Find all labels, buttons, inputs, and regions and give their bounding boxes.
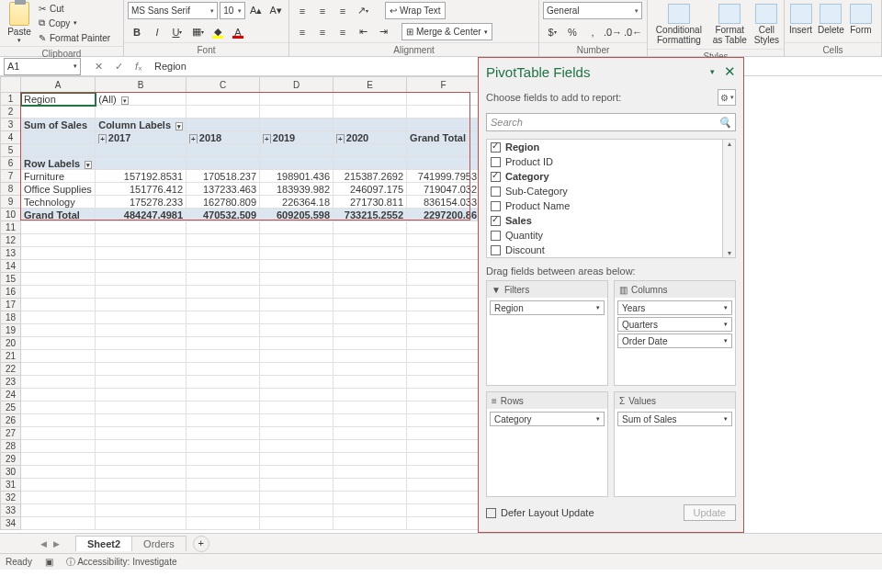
- cell-C1[interactable]: [187, 93, 260, 106]
- bold-button[interactable]: B: [128, 23, 146, 40]
- row-header-12[interactable]: 12: [1, 234, 21, 247]
- cell-E33[interactable]: [334, 504, 407, 517]
- update-button[interactable]: Update: [684, 504, 736, 521]
- cell-D11[interactable]: [260, 221, 334, 234]
- cell-F13[interactable]: [407, 247, 481, 260]
- cell-F10[interactable]: 2297200.86: [407, 209, 481, 221]
- macro-record-icon[interactable]: ▣: [45, 557, 53, 567]
- field-sub-category[interactable]: Sub-Category: [487, 184, 735, 198]
- cell-C33[interactable]: [187, 504, 260, 517]
- cell-F14[interactable]: [407, 260, 481, 273]
- cell-B5[interactable]: [96, 144, 187, 157]
- cell-E5[interactable]: [334, 144, 407, 157]
- row-header-33[interactable]: 33: [1, 504, 21, 517]
- cell-A18[interactable]: [21, 311, 96, 324]
- cell-D31[interactable]: [260, 479, 334, 492]
- row-header-26[interactable]: 26: [1, 414, 21, 427]
- row-header-30[interactable]: 30: [1, 466, 21, 479]
- cell-A25[interactable]: [21, 401, 96, 414]
- decrease-decimal-button[interactable]: .0←: [624, 23, 642, 40]
- cell-C18[interactable]: [187, 311, 260, 324]
- cell-C14[interactable]: [187, 260, 260, 273]
- increase-decimal-button[interactable]: .0→: [604, 23, 622, 40]
- cell-D22[interactable]: [260, 363, 334, 376]
- cell-D23[interactable]: [260, 376, 334, 389]
- font-size-combo[interactable]: 10▾: [220, 2, 245, 19]
- cell-D2[interactable]: [260, 106, 334, 119]
- cell-B14[interactable]: [96, 260, 187, 273]
- cell-C16[interactable]: [187, 286, 260, 299]
- row-header-29[interactable]: 29: [1, 453, 21, 466]
- cell-D26[interactable]: [260, 414, 334, 427]
- cell-F17[interactable]: [407, 299, 481, 311]
- cell-F11[interactable]: [407, 221, 481, 234]
- row-header-2[interactable]: 2: [1, 106, 21, 119]
- tab-sheet2[interactable]: Sheet2: [75, 536, 132, 551]
- cell-B25[interactable]: [96, 401, 187, 414]
- row-header-7[interactable]: 7: [1, 170, 21, 183]
- cell-A22[interactable]: [21, 363, 96, 376]
- tab-nav-next[interactable]: ▶: [50, 539, 62, 548]
- cell-E28[interactable]: [334, 440, 407, 453]
- italic-button[interactable]: I: [148, 23, 166, 40]
- field-list-scrollbar[interactable]: ▴▾: [722, 140, 735, 257]
- cell-B34[interactable]: [96, 517, 187, 530]
- col-header-B[interactable]: B: [96, 77, 187, 93]
- cell-C7[interactable]: 170518.237: [187, 170, 260, 183]
- field-quantity[interactable]: Quantity: [487, 228, 735, 243]
- cell-C34[interactable]: [187, 517, 260, 530]
- cell-A8[interactable]: Office Supplies: [21, 183, 96, 196]
- cell-F20[interactable]: [407, 337, 481, 350]
- cell-B28[interactable]: [96, 440, 187, 453]
- area-item-region[interactable]: Region▾: [490, 300, 605, 315]
- cell-D1[interactable]: [260, 93, 334, 106]
- row-header-19[interactable]: 19: [1, 324, 21, 337]
- row-header-11[interactable]: 11: [1, 221, 21, 234]
- cell-D4[interactable]: +2019: [260, 131, 334, 144]
- cell-A13[interactable]: [21, 247, 96, 260]
- cell-B3[interactable]: Column Labels ▾: [96, 119, 187, 131]
- field-checkbox[interactable]: [491, 142, 501, 153]
- align-bottom-button[interactable]: ≡: [334, 2, 352, 19]
- cell-F25[interactable]: [407, 401, 481, 414]
- number-format-combo[interactable]: General▾: [543, 2, 642, 19]
- row-header-6[interactable]: 6: [1, 157, 21, 170]
- align-center-button[interactable]: ≡: [313, 23, 332, 40]
- cell-A1[interactable]: Region: [21, 93, 96, 106]
- cell-B19[interactable]: [96, 324, 187, 337]
- align-left-button[interactable]: ≡: [293, 23, 311, 40]
- row-header-1[interactable]: 1: [1, 93, 21, 106]
- border-button[interactable]: ▦▾: [188, 23, 207, 40]
- cell-E10[interactable]: 733215.2552: [334, 209, 407, 221]
- cell-E14[interactable]: [334, 260, 407, 273]
- cell-F32[interactable]: [407, 492, 481, 504]
- cell-D30[interactable]: [260, 466, 334, 479]
- columns-area[interactable]: ▥Columns Years▾Quarters▾Order Date▾: [614, 280, 736, 386]
- cell-B16[interactable]: [96, 286, 187, 299]
- area-item-category[interactable]: Category▾: [490, 412, 605, 426]
- cell-C27[interactable]: [187, 427, 260, 440]
- cell-C6[interactable]: [187, 157, 260, 170]
- col-header-C[interactable]: C: [187, 77, 260, 93]
- cell-A32[interactable]: [21, 492, 96, 504]
- cell-B18[interactable]: [96, 311, 187, 324]
- cell-C22[interactable]: [187, 363, 260, 376]
- cell-F4[interactable]: Grand Total: [407, 131, 481, 144]
- cell-C3[interactable]: [187, 119, 260, 131]
- cell-C2[interactable]: [187, 106, 260, 119]
- col-header-F[interactable]: F: [407, 77, 481, 93]
- cancel-formula-button[interactable]: ✕: [88, 61, 108, 73]
- cell-F9[interactable]: 836154.033: [407, 196, 481, 209]
- row-header-31[interactable]: 31: [1, 479, 21, 492]
- cell-C26[interactable]: [187, 414, 260, 427]
- cell-F19[interactable]: [407, 324, 481, 337]
- area-item-quarters[interactable]: Quarters▾: [617, 317, 732, 332]
- cell-B27[interactable]: [96, 427, 187, 440]
- cell-D8[interactable]: 183939.982: [260, 183, 334, 196]
- cell-B7[interactable]: 157192.8531: [96, 170, 187, 183]
- cell-C4[interactable]: +2018: [187, 131, 260, 144]
- cell-B33[interactable]: [96, 504, 187, 517]
- field-checkbox[interactable]: [491, 216, 501, 226]
- row-header-13[interactable]: 13: [1, 247, 21, 260]
- cell-E32[interactable]: [334, 492, 407, 504]
